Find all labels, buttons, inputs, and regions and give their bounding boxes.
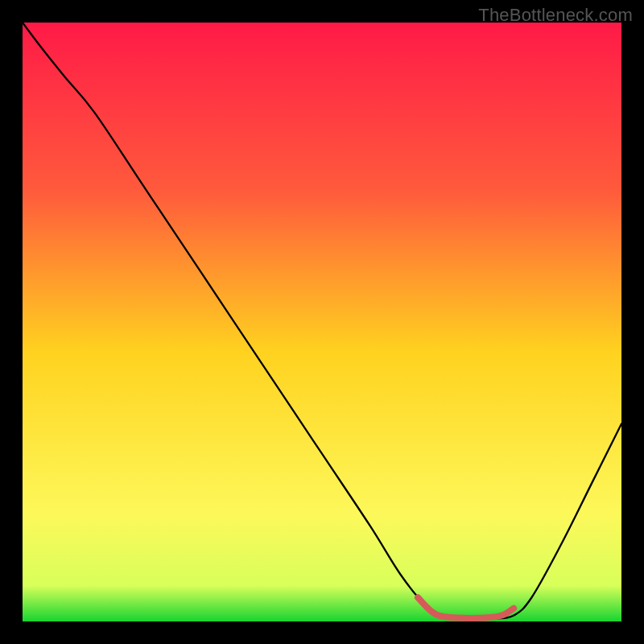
gradient-background: [23, 23, 621, 621]
bottleneck-chart: [23, 23, 621, 621]
watermark-text: TheBottleneck.com: [478, 5, 633, 26]
chart-area: [23, 23, 621, 621]
